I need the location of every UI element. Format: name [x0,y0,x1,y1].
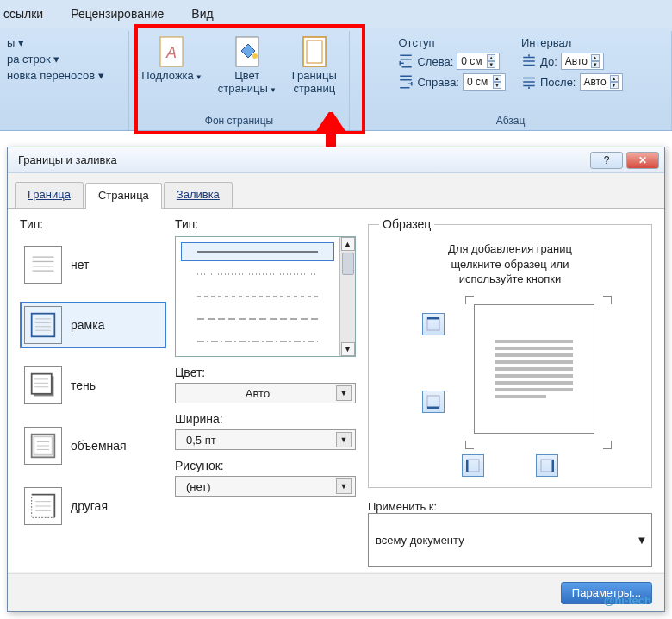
width-label: Ширина: [175,412,356,426]
paragraph-group-label: Абзац [357,113,664,130]
art-dropdown[interactable]: (нет) ▼ [175,476,356,497]
chevron-down-icon: ▼ [196,73,202,81]
indent-heading: Отступ [398,36,506,49]
menu-references[interactable]: ссылки [0,5,47,22]
chevron-down-icon: ▼ [632,534,651,547]
indent-right-label: Справа: [417,76,459,89]
width-dropdown[interactable]: 0,5 пт ▼ [175,429,356,450]
border-type-3d[interactable]: объемная [20,422,166,469]
color-dropdown[interactable]: Авто ▼ [175,383,356,403]
spinner-up-icon[interactable]: ▲ [493,75,501,82]
scroll-up-icon[interactable]: ▲ [341,237,355,251]
sample-column: Образец Для добавления границ щелкните о… [368,217,652,567]
chevron-down-icon: ▼ [336,385,352,401]
spacing-after-input[interactable]: Авто▲▼ [580,73,623,91]
dialog-footer: Параметры... [8,573,664,611]
page-borders-button[interactable]: Границы страниц [288,33,341,98]
spacing-before-label: До: [540,55,557,68]
spacing-before-icon [521,53,537,69]
spacing-after-icon [521,74,537,90]
page-preview[interactable] [474,304,594,434]
line-style-dashdot[interactable] [181,332,334,351]
left-row-1[interactable]: ы ▾ [7,36,104,49]
line-style-listbox[interactable]: ▲ ▼ [175,236,356,357]
apply-to-row: Применить к: [368,500,652,513]
line-style-dashed-short[interactable] [181,287,334,306]
border-box-label: рамка [71,318,104,332]
dialog-body: Тип: нет рамка тень объемная другая [8,209,664,572]
spacing-column: Интервал До: Авто▲▼ После: Авто▲▼ [521,33,623,91]
toggle-left-border-button[interactable] [462,454,484,477]
left-row-3[interactable]: новка переносов ▾ [7,69,104,82]
watermark-icon: A [157,35,186,70]
toggle-bottom-border-button[interactable] [422,391,445,413]
source-watermark: @hi-tech [604,594,651,607]
dialog-close-button[interactable]: ✕ [626,152,659,169]
art-value: (нет) [179,480,336,493]
chevron-down-icon: ▼ [270,86,277,94]
border-type-box[interactable]: рамка [20,302,166,348]
corner-marker [603,296,612,304]
apply-to-dropdown[interactable]: всему документу ▼ [368,513,652,567]
style-scrollbar[interactable]: ▲ ▼ [339,237,355,356]
border-type-none[interactable]: нет [20,241,166,288]
style-column: Тип: ▲ ▼ Цвет: Авто ▼ Ширина: [175,217,356,567]
border-type-shadow[interactable]: тень [20,362,166,409]
border-shadow-label: тень [71,378,96,392]
indent-right-input[interactable]: 0 см▲▼ [463,73,506,91]
spinner-down-icon[interactable]: ▼ [591,61,600,68]
border-type-custom[interactable]: другая [20,483,166,529]
spinner-down-icon[interactable]: ▼ [487,61,495,68]
indent-right-row: Справа: 0 см▲▼ [398,73,506,91]
border-type-label: Тип: [20,217,166,231]
preview-lines-icon [495,336,573,402]
svg-point-3 [252,53,258,59]
indent-left-input[interactable]: 0 см▲▼ [457,53,500,70]
spacing-before-input[interactable]: Авто▲▼ [561,53,604,70]
tab-border[interactable]: Граница [15,182,84,208]
spinner-up-icon[interactable]: ▲ [487,54,495,61]
tab-fill[interactable]: Заливка [164,182,233,208]
indent-left-label: Слева: [417,55,453,68]
chevron-down-icon: ▼ [336,478,352,494]
close-icon: ✕ [638,154,647,166]
spinner-down-icon[interactable]: ▼ [610,82,619,89]
toggle-top-border-button[interactable] [422,313,445,335]
page-bg-group-label: Фон страницы [136,113,342,130]
watermark-button[interactable]: A Подложка▼ [137,33,207,85]
spacing-before-row: До: Авто▲▼ [521,53,623,70]
sample-preview-area [379,296,641,451]
border-box-icon [24,306,62,344]
line-style-dotted-fine[interactable] [181,265,334,284]
sample-instructions: Для добавления границ щелкните образец и… [379,241,641,287]
spinner-up-icon[interactable]: ▲ [610,75,619,82]
dialog-tabstrip: Граница Страница Заливка [8,173,664,209]
ribbon-group-paragraph: Отступ Слева: 0 см▲▼ Справа: 0 см▲▼ Инте… [350,31,672,130]
page-color-button[interactable]: Цвет страницы▼ [214,33,281,98]
page-border-icon [300,35,329,70]
toggle-right-border-button[interactable] [536,454,558,477]
scroll-down-icon[interactable]: ▼ [341,342,355,356]
left-row-2[interactable]: ра строк ▾ [7,53,104,66]
menu-view[interactable]: Вид [188,5,216,22]
paint-bucket-icon [233,35,262,70]
group-left-label [7,125,121,130]
page-color-label: Цвет страницы [218,69,268,95]
dialog-help-button[interactable]: ? [590,152,623,169]
line-style-solid[interactable] [181,242,334,261]
spacing-after-row: После: Авто▲▼ [521,73,623,91]
corner-marker [465,296,474,304]
chevron-down-icon: ▼ [336,432,352,447]
svg-text:A: A [165,44,177,61]
menu-review[interactable]: Рецензирование [67,5,167,22]
spinner-up-icon[interactable]: ▲ [591,54,600,61]
svg-rect-40 [541,460,553,472]
line-style-dashed-long[interactable] [181,310,334,328]
tab-page[interactable]: Страница [85,183,162,209]
scroll-thumb[interactable] [342,253,354,275]
spinner-down-icon[interactable]: ▼ [493,82,501,89]
svg-rect-11 [32,314,55,337]
dialog-title: Границы и заливка [18,153,587,166]
art-label: Рисунок: [175,459,356,472]
svg-rect-38 [467,460,479,472]
